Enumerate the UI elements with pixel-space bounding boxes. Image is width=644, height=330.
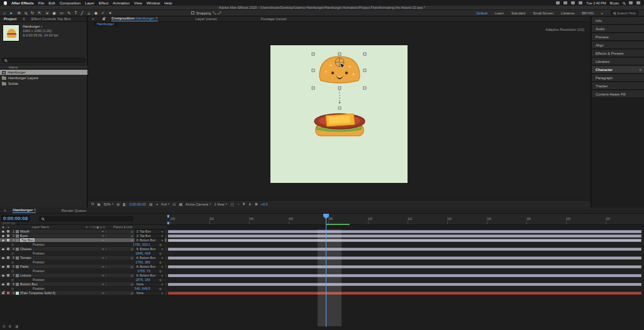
layer-switches[interactable]: ✦ ∕: [102, 234, 131, 238]
close-icon[interactable]: ✕: [92, 17, 94, 21]
tab-composition-name[interactable]: Hamburger: [136, 16, 155, 20]
orbit-camera-tool-icon[interactable]: ↻: [31, 10, 34, 16]
flowchart-icon[interactable]: ⋔: [248, 202, 252, 206]
always-preview-icon[interactable]: ⧉: [91, 202, 94, 206]
layer-duration-bar[interactable]: [168, 239, 641, 242]
parent-dropdown[interactable]: 8. Bottom Bun▾: [135, 238, 165, 243]
pick-whip-icon[interactable]: ◎: [131, 248, 133, 251]
tab-footage[interactable]: Footage (none): [261, 17, 287, 21]
pan-camera-tool-icon[interactable]: ⇱: [38, 10, 41, 16]
status-icon-wifi[interactable]: [579, 1, 582, 4]
snapshot-icon[interactable]: ▤: [149, 202, 153, 206]
parent-dropdown[interactable]: 3. Top Bun▾: [135, 229, 165, 234]
panel-align[interactable]: Align: [592, 41, 644, 49]
current-timecode[interactable]: 0:00:00:08: [1, 215, 30, 222]
add-keyframe-icon[interactable]: ◎: [159, 287, 162, 290]
solid-duration-bar[interactable]: [168, 292, 641, 295]
panel-menu-icon[interactable]: ≡: [23, 17, 25, 21]
roto-brush-tool-icon[interactable]: ✓: [101, 10, 104, 16]
pick-whip-icon[interactable]: ◎: [131, 230, 133, 233]
project-item-hamburger-layers[interactable]: Hamburger Layers: [0, 75, 87, 80]
workspace-libraries[interactable]: Libraries: [561, 11, 574, 15]
clone-stamp-tool-icon[interactable]: ⊥: [87, 10, 91, 16]
menu-animation[interactable]: Animation: [113, 1, 130, 5]
home-icon[interactable]: ⌂: [3, 10, 6, 16]
position-value[interactable]: 540, 649.5: [135, 287, 150, 290]
eraser-tool-icon[interactable]: ◆: [94, 10, 97, 16]
parent-dropdown[interactable]: None▾: [135, 282, 165, 287]
disclosure-icon[interactable]: ▾: [41, 25, 42, 28]
pick-whip-icon[interactable]: ◎: [131, 265, 133, 268]
pick-whip-icon[interactable]: ◎: [131, 292, 133, 295]
eye-icon[interactable]: [2, 283, 4, 285]
layer-switches[interactable]: ✦ ∕: [102, 230, 131, 233]
resolution-dropdown[interactable]: Full▾: [161, 202, 169, 206]
ruler-icon[interactable]: ⊞: [116, 202, 119, 206]
position-value[interactable]: 1845, 418: [135, 251, 150, 255]
work-area-start-marker[interactable]: [167, 222, 169, 224]
pick-whip-icon[interactable]: ◎: [131, 283, 133, 286]
panel-effects-presets[interactable]: Effects & Presets: [592, 50, 644, 57]
parent-dropdown[interactable]: 3. Top Bun▾: [135, 234, 165, 238]
stopwatch-icon[interactable]: ◷: [11, 252, 14, 255]
workspace-overflow-icon[interactable]: »: [601, 11, 603, 15]
composition-subtab[interactable]: Hamburger: [93, 22, 118, 26]
position-value[interactable]: 1750, 333.1: [133, 243, 150, 246]
pixel-aspect-icon[interactable]: ◫: [230, 202, 234, 206]
add-keyframe-icon[interactable]: ◎: [159, 252, 162, 255]
panel-audio[interactable]: Audio: [592, 25, 644, 33]
lock-icon[interactable]: [101, 17, 105, 21]
add-keyframe-icon[interactable]: ◎: [159, 278, 162, 282]
exposure-value[interactable]: +0.0: [261, 202, 268, 206]
layer-duration-bar[interactable]: [168, 248, 641, 251]
add-keyframe-icon[interactable]: ◎: [159, 243, 162, 246]
zoom-dropdown[interactable]: 50%▾: [104, 202, 113, 206]
panel-menu-icon[interactable]: ≡: [34, 208, 36, 212]
camera-dropdown[interactable]: Active Camera▾: [186, 202, 211, 206]
close-icon[interactable]: ✕: [4, 209, 6, 212]
magnification-icon[interactable]: ▣: [97, 202, 101, 206]
menu-window[interactable]: Window: [147, 1, 160, 5]
project-column-header[interactable]: Name: [0, 65, 87, 69]
pick-whip-icon[interactable]: ◎: [131, 239, 133, 242]
stopwatch-icon[interactable]: ◷: [11, 278, 14, 282]
viewer-timecode[interactable]: 0:00:00:00: [130, 202, 146, 206]
layer-switches[interactable]: ✦ ∕: [102, 274, 131, 277]
parent-dropdown[interactable]: None▾: [135, 291, 165, 295]
menu-effect[interactable]: Effect: [99, 1, 108, 5]
menu-clock[interactable]: Tue 2:40 PM: [586, 1, 606, 5]
eye-icon[interactable]: [2, 231, 4, 233]
column-layer-name[interactable]: Layer Name: [32, 225, 49, 229]
pick-whip-icon[interactable]: ◎: [131, 256, 133, 260]
stopwatch-icon[interactable]: ◷: [11, 270, 14, 273]
position-value[interactable]: 1875, 165: [135, 278, 150, 282]
parent-dropdown[interactable]: 8. Bottom Bun▾: [135, 273, 165, 278]
menu-user[interactable]: Bryan: [610, 1, 619, 5]
selection-tool-icon[interactable]: ►: [9, 10, 13, 16]
transparency-grid-icon[interactable]: ▦: [179, 202, 182, 206]
comp-info-name[interactable]: Hamburger: [23, 25, 40, 28]
add-keyframe-icon[interactable]: ◎: [159, 270, 162, 273]
brush-tool-icon[interactable]: ╱: [80, 10, 83, 16]
tab-render-queue[interactable]: Render Queue: [61, 209, 86, 212]
layer-switches[interactable]: ✦ ∕: [102, 239, 131, 242]
stopwatch-icon[interactable]: ◷: [11, 243, 14, 246]
pen-tool-icon[interactable]: ✎: [67, 10, 70, 16]
switches-modes-icon[interactable]: ⊞: [9, 324, 12, 328]
exposure-reset-icon[interactable]: ✺: [255, 202, 258, 206]
dolly-camera-tool-icon[interactable]: ⇲: [45, 10, 48, 16]
layer-switches[interactable]: ✦ ∕: [102, 283, 131, 286]
mask-visibility-icon[interactable]: ◧: [123, 202, 126, 206]
time-ruler[interactable]: :00f 02f 04f 06f 08f 10f 12f 14f 16f 18f…: [167, 214, 644, 225]
menu-layer[interactable]: Layer: [85, 1, 94, 5]
timeline-jump-icon[interactable]: ⧗: [242, 202, 245, 206]
layer-switches[interactable]: ✦ ∕: [102, 256, 131, 260]
layer-duration-bar[interactable]: [168, 256, 641, 260]
parent-dropdown[interactable]: 8. Bottom Bun▾: [135, 247, 165, 251]
workspace-small-screen[interactable]: Small Screen: [533, 11, 553, 15]
pan-behind-tool-icon[interactable]: ◉: [52, 10, 56, 16]
parent-dropdown[interactable]: 8. Bottom Bun▾: [135, 265, 165, 269]
layer-duration-bar[interactable]: [168, 230, 641, 233]
snapping-checkbox[interactable]: [191, 11, 194, 14]
channel-icon[interactable]: ◕: [156, 202, 158, 206]
